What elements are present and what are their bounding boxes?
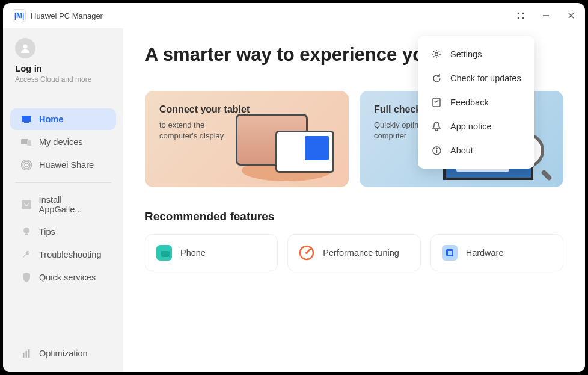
svg-point-25 [435, 53, 438, 56]
menu-label: About [450, 146, 473, 155]
svg-rect-15 [22, 200, 31, 209]
tablet-illustration [236, 103, 338, 181]
titlebar-right [516, 11, 575, 20]
sidebar-item-label: Home [39, 114, 63, 124]
login-sub: Access Cloud and more [15, 75, 111, 84]
menu-item-notice[interactable]: App notice [418, 114, 534, 138]
svg-point-22 [305, 252, 308, 254]
rec-label: Hardware [466, 248, 504, 258]
sidebar-item-share[interactable]: Huawei Share [10, 154, 116, 176]
profile-block[interactable]: Log in Access Cloud and more [3, 36, 123, 91]
rec-label: Phone [180, 248, 206, 258]
sidebar-item-tips[interactable]: Tips [10, 221, 116, 243]
more-dropdown: Settings Check for updates Feedback App … [418, 36, 534, 169]
titlebar-left: |M| Huawei PC Manager [13, 9, 103, 22]
refresh-icon [431, 73, 442, 84]
card-sub: to extend the computer's display [159, 120, 243, 141]
more-menu-button[interactable] [516, 11, 525, 20]
svg-rect-20 [28, 349, 30, 358]
sidebar-item-label: Quick services [39, 273, 96, 282]
recommended-row: Phone Performance tuning Hardware [145, 234, 563, 271]
minimize-button[interactable] [542, 11, 550, 20]
share-icon [21, 160, 32, 170]
sidebar-item-appgallery[interactable]: Install AppGalle... [10, 190, 116, 220]
menu-item-settings[interactable]: Settings [418, 42, 534, 66]
home-icon [21, 114, 32, 125]
devices-icon [21, 137, 32, 147]
svg-rect-19 [26, 351, 28, 358]
app-window: |M| Huawei PC Manager Log in Access Clou… [3, 3, 585, 372]
hardware-icon [442, 245, 458, 261]
sidebar-item-label: My devices [39, 137, 83, 147]
titlebar: |M| Huawei PC Manager [3, 3, 585, 28]
phone-icon [156, 245, 172, 261]
sidebar-item-optimization[interactable]: Optimization [10, 342, 116, 364]
gear-icon [431, 49, 442, 60]
menu-label: Check for updates [450, 73, 521, 83]
avatar-icon [15, 38, 35, 58]
wrench-icon [21, 249, 32, 260]
rec-label: Performance tuning [323, 248, 399, 258]
app-title: Huawei PC Manager [31, 11, 103, 20]
sidebar-item-troubleshooting[interactable]: Troubleshooting [10, 244, 116, 265]
app-logo-icon: |M| [13, 9, 26, 22]
svg-point-3 [522, 17, 524, 19]
svg-rect-18 [23, 353, 25, 358]
appgallery-icon [21, 199, 32, 210]
svg-point-16 [23, 228, 29, 234]
svg-rect-8 [22, 116, 31, 122]
svg-point-29 [436, 148, 436, 149]
sidebar-item-label: Huawei Share [39, 160, 94, 170]
shield-icon [21, 272, 32, 283]
rec-card-hardware[interactable]: Hardware [430, 234, 563, 271]
section-title: Recommended features [145, 210, 563, 223]
sidebar-item-quick-services[interactable]: Quick services [10, 267, 116, 288]
svg-point-2 [518, 17, 519, 19]
menu-label: Feedback [450, 98, 489, 107]
optimization-icon [21, 348, 32, 359]
sidebar-item-label: Optimization [39, 349, 88, 358]
info-icon [431, 145, 442, 156]
sidebar-item-home[interactable]: Home [10, 108, 116, 130]
svg-rect-9 [24, 122, 29, 123]
close-button[interactable] [567, 11, 575, 20]
bell-icon [431, 121, 442, 132]
sidebar-item-label: Install AppGalle... [39, 195, 105, 214]
nav-separator [15, 182, 111, 183]
menu-label: App notice [450, 122, 492, 131]
sidebar-item-devices[interactable]: My devices [10, 131, 116, 153]
sidebar-item-label: Troubleshooting [39, 250, 101, 259]
sidebar-item-label: Tips [39, 227, 55, 237]
menu-item-updates[interactable]: Check for updates [418, 66, 534, 90]
menu-item-about[interactable]: About [418, 138, 534, 163]
svg-point-0 [518, 13, 519, 14]
svg-rect-11 [27, 140, 31, 146]
sidebar: Log in Access Cloud and more Home My dev… [3, 28, 123, 372]
svg-rect-24 [448, 251, 452, 255]
performance-icon [299, 245, 314, 261]
rec-card-phone[interactable]: Phone [145, 234, 278, 271]
card-connect-tablet[interactable]: Connect your tablet to extend the comput… [145, 91, 349, 187]
rec-card-performance[interactable]: Performance tuning [287, 234, 420, 271]
svg-rect-17 [25, 234, 28, 235]
menu-item-feedback[interactable]: Feedback [418, 90, 534, 114]
login-label: Log in [15, 63, 111, 73]
svg-point-1 [522, 13, 524, 14]
menu-label: Settings [450, 49, 482, 59]
tips-icon [21, 226, 32, 237]
svg-point-12 [25, 163, 28, 167]
svg-point-7 [23, 45, 28, 49]
svg-point-13 [23, 161, 30, 169]
feedback-icon [431, 97, 442, 108]
svg-rect-26 [433, 98, 440, 107]
